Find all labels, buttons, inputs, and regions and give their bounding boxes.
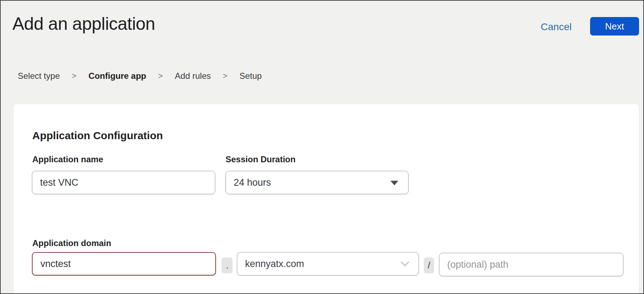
slash-separator: / [424, 257, 434, 273]
step-setup[interactable]: Setup [239, 71, 262, 81]
breadcrumb-separator: > [223, 71, 228, 81]
chevron-down-icon [401, 261, 409, 266]
dot-separator: . [222, 257, 233, 273]
breadcrumb-separator: > [158, 71, 163, 81]
step-configure-app[interactable]: Configure app [89, 71, 146, 81]
step-select-type[interactable]: Select type [18, 71, 60, 81]
next-button[interactable]: Next [590, 17, 639, 36]
cancel-button[interactable]: Cancel [541, 21, 572, 33]
application-domain-label: Application domain [32, 238, 111, 248]
application-configuration-card: Application Configuration Application na… [13, 104, 639, 294]
step-add-rules[interactable]: Add rules [175, 71, 211, 81]
section-title: Application Configuration [32, 130, 163, 142]
path-input[interactable] [439, 253, 623, 276]
breadcrumb: Select type > Configure app > Add rules … [18, 71, 262, 81]
session-duration-label: Session Duration [226, 154, 295, 164]
page-title: Add an application [12, 13, 155, 34]
add-application-page: Add an application Cancel Next Select ty… [0, 0, 644, 294]
subdomain-input[interactable] [32, 252, 216, 276]
session-duration-value: 24 hours [234, 177, 271, 188]
caret-down-icon [390, 181, 398, 185]
domain-select-value: kennyatx.com [245, 258, 304, 270]
domain-select[interactable]: kennyatx.com [237, 252, 419, 276]
application-name-label: Application name [32, 154, 103, 164]
breadcrumb-separator: > [72, 71, 77, 81]
application-name-input[interactable] [32, 171, 215, 194]
session-duration-select[interactable]: 24 hours [226, 171, 409, 194]
